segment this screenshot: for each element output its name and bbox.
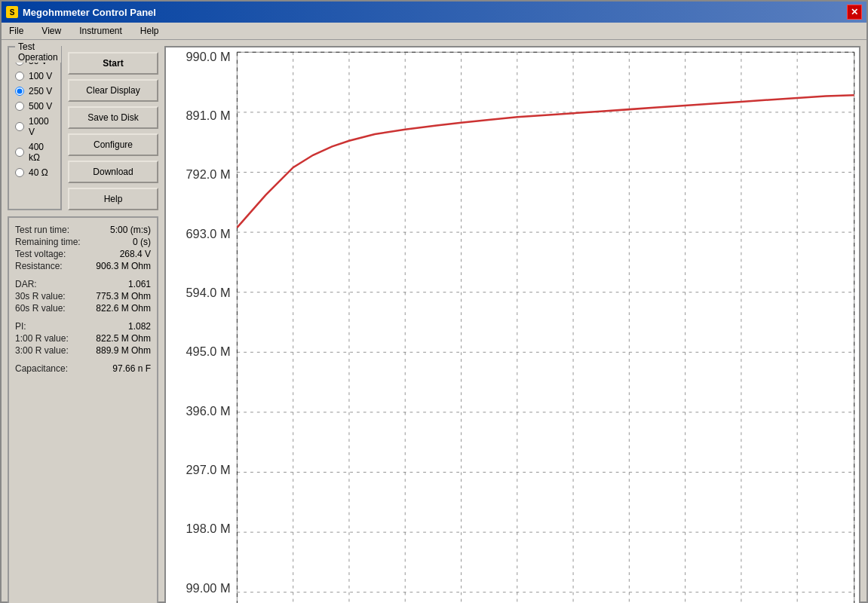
svg-rect-12 (237, 52, 854, 603)
menu-help[interactable]: Help (136, 24, 164, 38)
svg-text:693.0 M: 693.0 M (186, 227, 231, 240)
window-title: Megohmmeter Control Panel (23, 7, 156, 18)
stat-label-test-voltage: Test voltage: (15, 249, 66, 259)
title-bar: S Megohmmeter Control Panel ✕ (2, 2, 866, 23)
clear-display-button[interactable]: Clear Display (68, 79, 158, 102)
stat-capacitance: Capacitance: 97.66 n F (15, 363, 151, 375)
svg-text:297.0 M: 297.0 M (186, 463, 231, 476)
stat-100r: 1:00 R value: 822.5 M Ohm (15, 332, 151, 344)
stat-value-300r: 889.9 M Ohm (96, 345, 151, 356)
stat-value-100r: 822.5 M Ohm (96, 333, 151, 344)
stat-value-resistance: 906.3 M Ohm (96, 261, 151, 271)
stat-60s: 60s R value: 822.6 M Ohm (15, 302, 151, 314)
radio-100v: 100 V (15, 69, 54, 84)
svg-text:792.0 M: 792.0 M (186, 167, 231, 181)
configure-button[interactable]: Configure (68, 133, 158, 156)
stat-value-pi: 1.082 (128, 321, 151, 332)
help-button[interactable]: Help (68, 188, 158, 210)
stat-label-300r: 3:00 R value: (15, 345, 69, 356)
stat-label-100r: 1:00 R value: (15, 333, 69, 344)
stat-label-60s: 60s R value: (15, 303, 66, 314)
stat-value-dar: 1.061 (128, 279, 151, 289)
radio-100v-label: 100 V (29, 71, 52, 81)
svg-text:396.0 M: 396.0 M (186, 404, 231, 418)
stat-label-remaining-time: Remaining time: (15, 237, 81, 247)
title-bar-left: S Megohmmeter Control Panel (6, 6, 156, 18)
svg-text:99.00 M: 99.00 M (186, 581, 231, 595)
stat-test-voltage: Test voltage: 268.4 V (15, 248, 151, 260)
radio-500v-input[interactable] (15, 102, 24, 111)
start-button[interactable]: Start (68, 52, 158, 75)
radio-250v-input[interactable] (15, 87, 24, 96)
test-operation-group: Test Operation 50 V 100 V 250 V (8, 46, 62, 210)
radio-400k: 400 kΩ (15, 139, 54, 165)
radio-250v-label: 250 V (29, 86, 52, 96)
stat-label-resistance: Resistance: (15, 261, 63, 271)
chart-svg: 990.0 M 891.0 M 792.0 M 693.0 M 594.0 M … (166, 47, 859, 603)
menu-bar: File View Instrument Help (2, 23, 866, 40)
stat-300r: 3:00 R value: 889.9 M Ohm (15, 344, 151, 357)
stat-value-test-voltage: 268.4 V (120, 249, 151, 259)
test-operation-legend: Test Operation (15, 41, 61, 63)
svg-text:891.0 M: 891.0 M (186, 109, 231, 122)
radio-250v: 250 V (15, 84, 54, 99)
svg-text:495.0 M: 495.0 M (186, 344, 231, 358)
radio-40-input[interactable] (15, 168, 24, 177)
stat-test-run-time: Test run time: 5:00 (m:s) (15, 224, 151, 236)
radio-500v: 500 V (15, 99, 54, 114)
stat-value-capacitance: 97.66 n F (112, 363, 151, 374)
radio-40-label: 40 Ω (29, 167, 48, 178)
stat-label-pi: PI: (15, 321, 26, 332)
chart-svg-container: 990.0 M 891.0 M 792.0 M 693.0 M 594.0 M … (166, 47, 859, 603)
stat-spacer-3 (15, 357, 151, 363)
stat-spacer-2 (15, 314, 151, 320)
radio-1000v-label: 1000 V (29, 116, 54, 137)
stat-label-capacitance: Capacitance: (15, 363, 68, 374)
chart-area: 990.0 M 891.0 M 792.0 M 693.0 M 594.0 M … (164, 46, 860, 603)
stat-value-60s: 822.6 M Ohm (96, 303, 151, 314)
save-to-disk-button[interactable]: Save to Disk (68, 106, 158, 129)
close-button[interactable]: ✕ (847, 5, 862, 20)
download-button[interactable]: Download (68, 161, 158, 183)
left-panel: Test Operation 50 V 100 V 250 V (8, 46, 158, 603)
radio-500v-label: 500 V (29, 101, 52, 112)
radio-400k-input[interactable] (15, 148, 24, 157)
main-window: S Megohmmeter Control Panel ✕ File View … (0, 0, 868, 603)
stat-value-test-run-time: 5:00 (m:s) (110, 225, 151, 235)
stat-spacer-1 (15, 272, 151, 278)
menu-file[interactable]: File (5, 24, 28, 38)
radio-400k-label: 400 kΩ (29, 142, 54, 163)
stat-value-30s: 775.3 M Ohm (96, 291, 151, 302)
stat-resistance: Resistance: 906.3 M Ohm (15, 260, 151, 272)
stat-remaining-time: Remaining time: 0 (s) (15, 236, 151, 248)
svg-text:990.0 M: 990.0 M (186, 50, 231, 63)
stat-label-test-run-time: Test run time: (15, 225, 69, 235)
radio-1000v: 1000 V (15, 114, 54, 139)
stat-30s: 30s R value: 775.3 M Ohm (15, 290, 151, 302)
top-controls: Test Operation 50 V 100 V 250 V (8, 46, 158, 210)
menu-view[interactable]: View (37, 24, 66, 38)
app-icon: S (6, 6, 18, 18)
radio-100v-input[interactable] (15, 72, 24, 81)
stat-value-remaining-time: 0 (s) (133, 237, 151, 247)
menu-instrument[interactable]: Instrument (75, 24, 127, 38)
radio-40: 40 Ω (15, 165, 54, 180)
buttons-column: Start Clear Display Save to Disk Configu… (68, 52, 158, 210)
main-content: Test Operation 50 V 100 V 250 V (2, 40, 866, 603)
stat-pi: PI: 1.082 (15, 320, 151, 332)
svg-text:594.0 M: 594.0 M (186, 286, 231, 299)
stat-label-dar: DAR: (15, 279, 37, 289)
stat-label-30s: 30s R value: (15, 291, 66, 302)
stat-dar: DAR: 1.061 (15, 278, 151, 290)
stats-panel: Test run time: 5:00 (m:s) Remaining time… (8, 216, 158, 603)
radio-1000v-input[interactable] (15, 122, 24, 131)
svg-text:198.0 M: 198.0 M (186, 522, 231, 535)
